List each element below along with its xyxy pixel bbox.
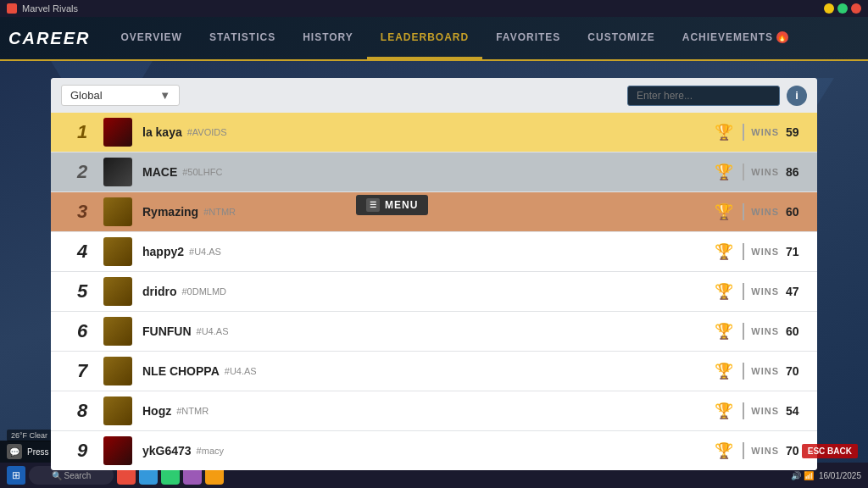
title-bar-controls bbox=[824, 3, 861, 14]
wins-icon: 🏆 bbox=[712, 399, 736, 423]
wins-icon: 🏆 bbox=[712, 120, 736, 144]
wins-icon: 🏆 bbox=[712, 280, 736, 303]
player-name: ykG6473 bbox=[142, 444, 192, 458]
wins-area: 🏆 WINS 70 bbox=[712, 439, 807, 463]
rank-number: 5 bbox=[61, 280, 103, 302]
nav-tabs: OVERVIEW STATISTICS HISTORY LEADERBOARD … bbox=[107, 17, 802, 59]
player-info: happy2 U4.AS bbox=[142, 245, 712, 258]
table-row: 3 Rymazing NTMR 🏆 WINS 60 bbox=[51, 192, 817, 232]
table-row: 6 FUNFUN U4.AS 🏆 WINS 60 bbox=[51, 312, 817, 352]
player-tag: 0DMLMD bbox=[181, 286, 226, 297]
dropdown-label: Global bbox=[70, 89, 103, 102]
player-name: Rymazing bbox=[142, 205, 198, 219]
table-row: 4 happy2 U4.AS 🏆 WINS 71 bbox=[51, 232, 817, 272]
wins-count: 47 bbox=[786, 285, 807, 298]
global-dropdown[interactable]: Global ▼ bbox=[61, 85, 180, 106]
divider bbox=[743, 363, 744, 380]
player-tag: NTMR bbox=[176, 406, 209, 416]
main-content: Global ▼ i 1 la kaya AVOIDS 🏆 WINS bbox=[0, 61, 868, 463]
wins-area: 🏆 WINS 71 bbox=[712, 240, 807, 263]
minimize-button[interactable] bbox=[824, 3, 834, 14]
window-title: Marvel Rivals bbox=[22, 3, 78, 14]
player-info: ykG6473 macy bbox=[142, 444, 712, 458]
wins-count: 70 bbox=[786, 364, 807, 378]
wins-label: WINS bbox=[751, 207, 779, 217]
divider bbox=[743, 124, 744, 141]
tab-overview[interactable]: OVERVIEW bbox=[107, 17, 195, 59]
player-tag: NTMR bbox=[203, 207, 236, 217]
table-row: 8 Hogz NTMR 🏆 WINS 54 bbox=[51, 391, 817, 431]
rank-number: 7 bbox=[61, 360, 103, 382]
wins-count: 60 bbox=[786, 205, 807, 219]
esc-back-button[interactable]: ESC BACK bbox=[802, 444, 858, 458]
windows-button[interactable]: ⊞ bbox=[7, 466, 25, 485]
search-input[interactable] bbox=[627, 86, 780, 106]
wins-count: 60 bbox=[786, 324, 807, 338]
player-info: FUNFUN U4.AS bbox=[142, 324, 712, 338]
wins-area: 🏆 WINS 60 bbox=[712, 319, 807, 343]
wins-label: WINS bbox=[751, 286, 779, 297]
system-icons: 🔊 📶 bbox=[791, 471, 814, 480]
wins-icon: 🏆 bbox=[712, 439, 736, 463]
tab-achievements[interactable]: ACHIEVEMENTS 🔥 bbox=[669, 17, 802, 59]
close-button[interactable] bbox=[851, 3, 861, 14]
player-info: la kaya AVOIDS bbox=[142, 125, 712, 139]
wins-count: 86 bbox=[786, 165, 807, 179]
player-name: FUNFUN bbox=[142, 324, 192, 338]
player-tag: 50LHFC bbox=[182, 167, 222, 177]
wins-area: 🏆 WINS 70 bbox=[712, 359, 807, 383]
taskbar-time: 16/01/2025 bbox=[819, 471, 861, 480]
wins-label: WINS bbox=[751, 366, 779, 376]
rank-number: 4 bbox=[61, 241, 103, 263]
context-menu[interactable]: ☰ MENU bbox=[356, 195, 428, 215]
rank-number: 9 bbox=[61, 440, 103, 462]
wins-area: 🏆 WINS 59 bbox=[712, 120, 807, 144]
maximize-button[interactable] bbox=[837, 3, 848, 14]
tab-customize[interactable]: CUSTOMIZE bbox=[574, 17, 668, 59]
tab-history[interactable]: HISTORY bbox=[289, 17, 367, 59]
wins-icon: 🏆 bbox=[712, 359, 736, 383]
player-name: dridro bbox=[142, 285, 176, 298]
avatar bbox=[103, 237, 132, 266]
divider bbox=[743, 402, 744, 419]
tab-favorites[interactable]: FAVORITES bbox=[482, 17, 574, 59]
player-tag: AVOIDS bbox=[187, 127, 227, 137]
wins-label: WINS bbox=[751, 247, 779, 257]
wins-area: 🏆 WINS 86 bbox=[712, 160, 807, 184]
player-tag: U4.AS bbox=[225, 366, 257, 376]
leaderboard-container: Global ▼ i 1 la kaya AVOIDS 🏆 WINS bbox=[51, 78, 817, 470]
info-button[interactable]: i bbox=[787, 86, 807, 106]
wins-label: WINS bbox=[751, 326, 779, 336]
search-area: i bbox=[627, 86, 807, 106]
player-name: NLE CHOPPA bbox=[142, 364, 220, 378]
player-tag: U4.AS bbox=[197, 326, 229, 336]
tab-leaderboard[interactable]: LEADERBOARD bbox=[367, 17, 482, 59]
rank-number: 6 bbox=[61, 320, 103, 342]
player-name: Hogz bbox=[142, 404, 171, 418]
tab-statistics[interactable]: STATISTICS bbox=[196, 17, 289, 59]
career-logo: CAREER bbox=[8, 29, 90, 48]
esc-label: ESC BACK bbox=[808, 446, 852, 456]
wins-label: WINS bbox=[751, 167, 779, 177]
wins-count: 71 bbox=[786, 245, 807, 258]
table-row: 7 NLE CHOPPA U4.AS 🏆 WINS 70 bbox=[51, 352, 817, 391]
rank-number: 3 bbox=[61, 201, 103, 223]
rank-number: 2 bbox=[61, 161, 103, 183]
rank-number: 8 bbox=[61, 400, 103, 422]
divider bbox=[743, 243, 744, 260]
avatar bbox=[103, 158, 132, 186]
context-menu-label: MENU bbox=[385, 199, 418, 211]
player-tag: U4.AS bbox=[189, 247, 221, 257]
divider bbox=[743, 283, 744, 300]
table-row: 9 ykG6473 macy 🏆 WINS 70 bbox=[51, 431, 817, 470]
avatar bbox=[103, 317, 132, 346]
avatar bbox=[103, 118, 132, 147]
header: CAREER OVERVIEW STATISTICS HISTORY LEADE… bbox=[0, 17, 868, 61]
player-tag: macy bbox=[197, 446, 224, 456]
divider bbox=[743, 323, 744, 340]
achievements-badge: 🔥 bbox=[776, 31, 788, 43]
wins-area: 🏆 WINS 47 bbox=[712, 280, 807, 303]
wins-area: 🏆 WINS 60 bbox=[712, 200, 807, 224]
table-row: 5 dridro 0DMLMD 🏆 WINS 47 bbox=[51, 272, 817, 312]
avatar bbox=[103, 357, 132, 385]
